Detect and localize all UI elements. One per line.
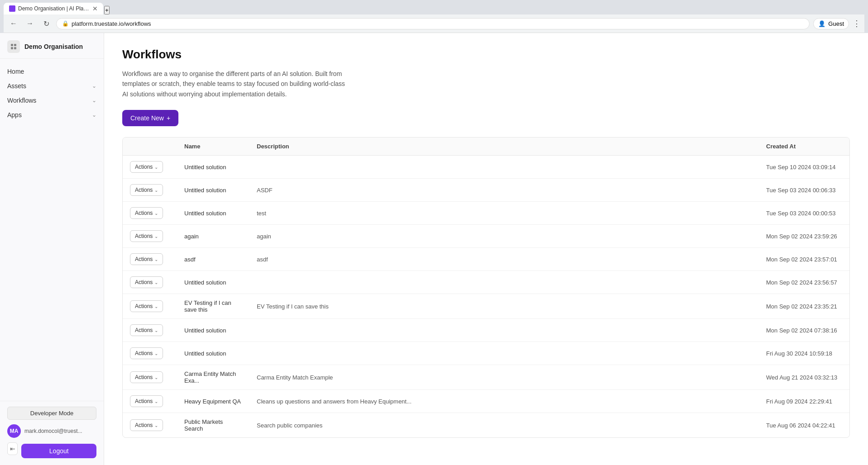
col-header-created-at: Created At	[759, 138, 849, 156]
name-cell: Untitled solution	[177, 179, 249, 202]
browser-tabs: Demo Organisation | AI Platfor... ✕ +	[4, 3, 864, 14]
created-at-cell: Fri Aug 30 2024 10:59:18	[759, 342, 849, 365]
col-header-name: Name	[177, 138, 249, 156]
tab-close-icon[interactable]: ✕	[92, 5, 98, 12]
name-cell: asdf	[177, 248, 249, 271]
description-cell: Search public companies	[249, 413, 759, 438]
actions-label: Actions	[135, 233, 153, 239]
address-bar[interactable]: 🔒 platform.truestate.io/workflows	[56, 18, 810, 29]
description-cell	[249, 156, 759, 179]
new-tab-button[interactable]: +	[104, 6, 110, 14]
developer-mode-button[interactable]: Developer Mode	[7, 407, 96, 420]
name-cell: Public Markets Search	[177, 413, 249, 438]
sidebar-item-label: Apps	[7, 111, 22, 119]
table-row: Actions⌄Untitled solutionMon Sep 02 2024…	[123, 319, 849, 342]
browser-chrome: Demo Organisation | AI Platfor... ✕ + ← …	[0, 0, 868, 33]
created-at-cell: Tue Sep 03 2024 00:00:53	[759, 202, 849, 225]
sidebar-item-home[interactable]: Home	[0, 64, 104, 79]
table-row: Actions⌄Carma Entity Match Exa...Carma E…	[123, 365, 849, 390]
name-cell: Untitled solution	[177, 202, 249, 225]
chevron-down-icon: ⌄	[154, 328, 158, 333]
chevron-down-icon: ⌄	[92, 112, 96, 118]
actions-cell: Actions⌄	[123, 413, 177, 438]
page-title: Workflows	[122, 47, 850, 62]
reload-button[interactable]: ↻	[40, 17, 53, 30]
actions-button[interactable]: Actions⌄	[130, 371, 163, 383]
create-new-button[interactable]: Create New +	[122, 110, 178, 126]
logout-button[interactable]: Logout	[21, 444, 96, 458]
description-cell	[249, 342, 759, 365]
actions-label: Actions	[135, 350, 153, 356]
org-name: Demo Organisation	[24, 43, 83, 50]
profile-icon: 👤	[818, 20, 825, 27]
table-row: Actions⌄againagainMon Sep 02 2024 23:59:…	[123, 225, 849, 248]
created-at-cell: Mon Sep 02 2024 23:35:21	[759, 294, 849, 319]
actions-button[interactable]: Actions⌄	[130, 230, 163, 242]
table-row: Actions⌄Heavy Equipment QACleans up ques…	[123, 390, 849, 413]
menu-icon[interactable]: ⋮	[853, 19, 861, 28]
created-at-cell: Tue Sep 10 2024 03:09:14	[759, 156, 849, 179]
back-button[interactable]: ←	[7, 17, 20, 30]
actions-button[interactable]: Actions⌄	[130, 395, 163, 407]
actions-button[interactable]: Actions⌄	[130, 419, 163, 431]
profile-button[interactable]: 👤 Guest	[813, 18, 849, 29]
actions-label: Actions	[135, 327, 153, 333]
name-cell: Untitled solution	[177, 319, 249, 342]
col-header-actions	[123, 138, 177, 156]
name-cell: EV Testing if I can save this	[177, 294, 249, 319]
actions-cell: Actions⌄	[123, 294, 177, 319]
actions-button[interactable]: Actions⌄	[130, 184, 163, 196]
sidebar-item-label: Assets	[7, 82, 26, 90]
sidebar-item-workflows[interactable]: Workflows ⌄	[0, 93, 104, 108]
name-cell: Untitled solution	[177, 156, 249, 179]
user-info: MA mark.domocol@truest...	[7, 424, 96, 438]
description-cell: Carma Entity Match Example	[249, 365, 759, 390]
actions-cell: Actions⌄	[123, 248, 177, 271]
actions-button[interactable]: Actions⌄	[130, 276, 163, 288]
chevron-down-icon: ⌄	[92, 97, 96, 104]
actions-cell: Actions⌄	[123, 179, 177, 202]
workflows-table-container: Name Description Created At Actions⌄Unti…	[122, 137, 850, 438]
actions-cell: Actions⌄	[123, 202, 177, 225]
actions-cell: Actions⌄	[123, 156, 177, 179]
svg-rect-0	[11, 44, 13, 46]
sidebar-nav: Home Assets ⌄ Workflows ⌄ Apps ⌄	[0, 59, 104, 401]
actions-button[interactable]: Actions⌄	[130, 347, 163, 359]
actions-label: Actions	[135, 279, 153, 285]
org-icon	[7, 40, 20, 53]
table-row: Actions⌄Untitled solutionTue Sep 10 2024…	[123, 156, 849, 179]
workflows-table: Name Description Created At Actions⌄Unti…	[123, 138, 849, 437]
chevron-down-icon: ⌄	[154, 188, 158, 193]
actions-button[interactable]: Actions⌄	[130, 161, 163, 173]
description-cell: ASDF	[249, 179, 759, 202]
actions-button[interactable]: Actions⌄	[130, 324, 163, 336]
actions-button[interactable]: Actions⌄	[130, 207, 163, 219]
actions-button[interactable]: Actions⌄	[130, 300, 163, 312]
table-row: Actions⌄Untitled solutionMon Sep 02 2024…	[123, 271, 849, 294]
actions-button[interactable]: Actions⌄	[130, 253, 163, 265]
table-row: Actions⌄Untitled solutionASDFTue Sep 03 …	[123, 179, 849, 202]
sidebar-footer: Developer Mode MA mark.domocol@truest...…	[0, 401, 104, 465]
actions-label: Actions	[135, 303, 153, 309]
table-row: Actions⌄Untitled solutionFri Aug 30 2024…	[123, 342, 849, 365]
chevron-down-icon: ⌄	[154, 211, 158, 216]
name-cell: Heavy Equipment QA	[177, 390, 249, 413]
sidebar-item-label: Home	[7, 68, 24, 75]
browser-toolbar: ← → ↻ 🔒 platform.truestate.io/workflows …	[4, 14, 864, 33]
lock-icon: 🔒	[62, 20, 69, 27]
description-cell: asdf	[249, 248, 759, 271]
actions-cell: Actions⌄	[123, 225, 177, 248]
forward-button[interactable]: →	[24, 17, 36, 30]
description-cell: test	[249, 202, 759, 225]
user-email: mark.domocol@truest...	[24, 428, 82, 434]
actions-cell: Actions⌄	[123, 390, 177, 413]
description-cell: Cleans up questions and answers from Hea…	[249, 390, 759, 413]
name-cell: Untitled solution	[177, 342, 249, 365]
actions-label: Actions	[135, 164, 153, 170]
created-at-cell: Wed Aug 21 2024 03:32:13	[759, 365, 849, 390]
collapse-sidebar-button[interactable]: ⇤	[7, 442, 18, 455]
sidebar-item-apps[interactable]: Apps ⌄	[0, 108, 104, 122]
created-at-cell: Mon Sep 02 2024 07:38:16	[759, 319, 849, 342]
app-layout: Demo Organisation Home Assets ⌄ Workflow…	[0, 33, 868, 465]
sidebar-item-assets[interactable]: Assets ⌄	[0, 79, 104, 93]
